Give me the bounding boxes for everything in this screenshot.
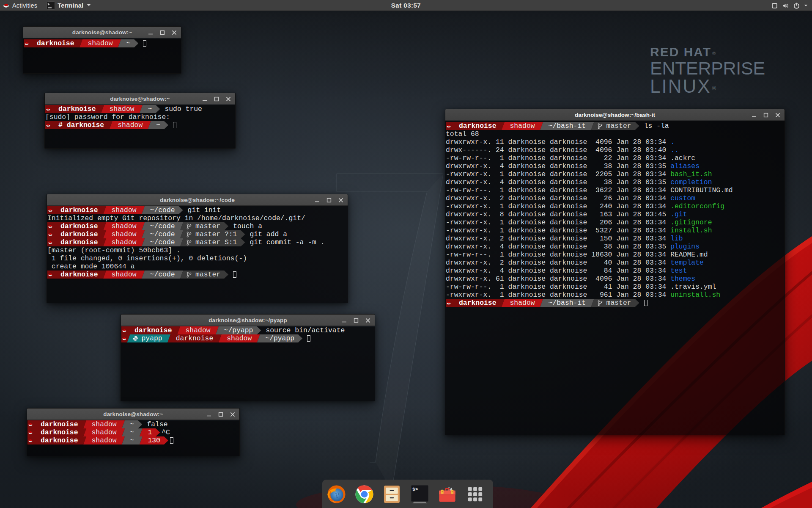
svg-text:$>: $> [412,487,418,492]
